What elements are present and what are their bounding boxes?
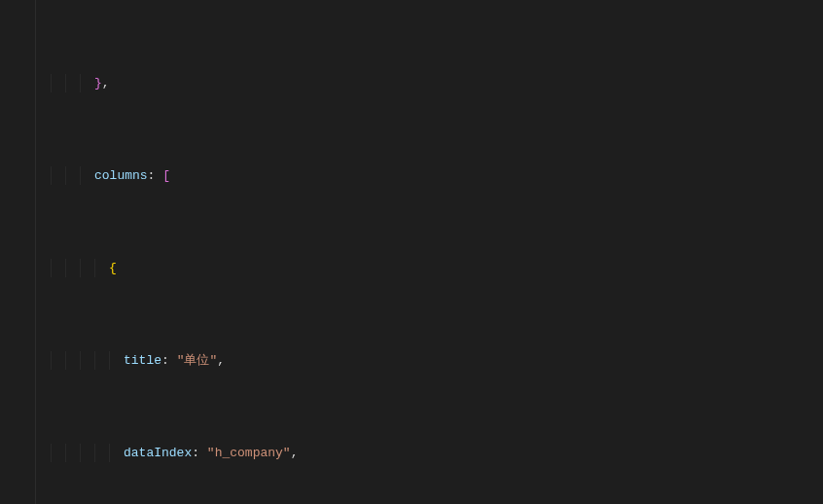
code-area[interactable]: }, columns: [ { title: "单位", dataIndex: … [47, 0, 760, 504]
brace-open: { [109, 261, 117, 275]
brace-close: } [94, 76, 102, 90]
string-literal: "单位" [177, 353, 218, 368]
code-line[interactable]: { [51, 259, 760, 277]
code-line[interactable]: dataIndex: "h_company", [51, 444, 760, 462]
code-editor[interactable]: }, columns: [ { title: "单位", dataIndex: … [0, 0, 823, 504]
prop-title: title [124, 353, 161, 368]
code-line[interactable]: columns: [ [51, 166, 760, 185]
prop-dataIndex: dataIndex [124, 446, 192, 460]
bracket-open: [ [162, 168, 170, 183]
string-literal: "h_company" [207, 446, 291, 460]
code-line[interactable]: }, [51, 74, 760, 92]
prop-columns: columns [94, 168, 148, 183]
code-line[interactable]: title: "单位", [51, 351, 760, 370]
comma: , [102, 76, 110, 90]
line-number-gutter [0, 0, 47, 504]
